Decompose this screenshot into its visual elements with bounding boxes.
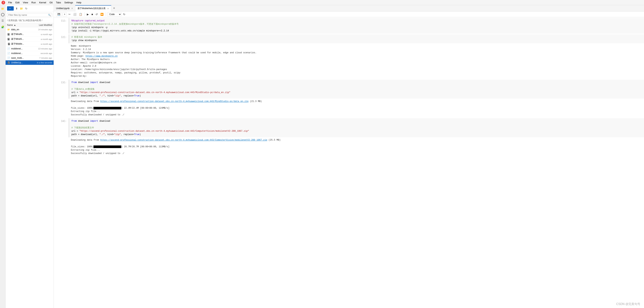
menu-settings[interactable]: Settings (63, 1, 74, 4)
file-name: 基于MindN... (11, 33, 34, 36)
file-modified: a month ago (34, 38, 52, 40)
content-area: Untitled.ipynb × 基于MobileNetv2的垃圾分类 × + … (54, 5, 644, 308)
file-icon: 📄 (7, 52, 10, 55)
tab-untitled[interactable]: Untitled.ipynb × (54, 5, 75, 12)
cell-output: Downloading data from https://ascend-pro… (69, 99, 644, 118)
save-button[interactable]: 💾 (56, 12, 62, 16)
file-modified: a month ago (34, 43, 52, 45)
cell-content[interactable]: from download import download # 下载data_e… (69, 80, 644, 118)
file-panel: + ⬆ 📁 ↻ 🔍 / 应用实践 / 热门LLM及其他AI应用 / Name ▲… (6, 5, 54, 308)
list-item[interactable]: 📁 data_en 14 minutes ago (6, 27, 54, 32)
plus-icon: + (9, 7, 11, 10)
file-name: data_en (11, 28, 34, 31)
cell-2: [2]: # 查看当前 mindspore 版本 !pip show minds… (54, 34, 644, 79)
menu-run[interactable]: Run (30, 1, 37, 4)
running-dot: 📓 (7, 43, 10, 46)
notebook-icon: 📓 (7, 38, 10, 41)
folder-icon: 📁 (7, 28, 10, 31)
menubar: J File Edit View Run Kernel Git Tabs Set… (0, 0, 644, 5)
list-item[interactable]: 📄 save_mobi... 7 minutes ago (6, 56, 54, 60)
file-name: 基于Mobile... (11, 42, 34, 46)
menu-file[interactable]: File (7, 1, 14, 4)
file-icon: 📄 (7, 47, 10, 50)
file-toolbar: + ⬆ 📁 ↻ (6, 5, 54, 12)
restart2-button[interactable]: ↻ (122, 12, 126, 16)
cell-content[interactable]: from download import download # 下载预训练权重文… (69, 118, 644, 156)
new-folder-icon[interactable]: 📁 (20, 7, 23, 11)
notebook-icon: 📓 (7, 33, 10, 36)
cell-1: [1]: %%capture captured_output # 实验环境已经预… (54, 18, 644, 34)
menu-help[interactable]: Help (75, 1, 83, 4)
cell-content[interactable]: # 查看当前 mindspore 版本 !pip show mindspore … (69, 34, 644, 79)
list-item[interactable]: 📓 基于MindS... a month ago (6, 37, 54, 42)
copy-button[interactable]: ⬜ (72, 12, 77, 16)
sidebar-icon-list[interactable]: ☰ (1, 19, 5, 23)
cell-input[interactable]: from download import download # 下载data_e… (69, 80, 644, 99)
list-item[interactable]: 📓 基于Mobile... a month ago (6, 42, 54, 46)
tab-add-button[interactable]: + (111, 5, 117, 12)
menu-view[interactable]: View (21, 1, 30, 4)
cell-3: [3]: from download import download # 下载d… (54, 80, 644, 118)
file-name: mobilenet... (11, 47, 34, 50)
cell-number: [4]: (54, 118, 69, 156)
tab-close-icon[interactable]: × (72, 7, 73, 10)
search-icon: 🔍 (48, 14, 51, 16)
file-list: 📁 data_en 14 minutes ago 📓 基于MindN... a … (6, 27, 54, 308)
menu-git[interactable]: Git (48, 1, 54, 4)
file-name: Untitled.ip... (11, 61, 34, 64)
file-modified: 14 minutes ago (34, 29, 52, 31)
notebook-toolbar: 💾 + ✂ ⬜ 📋 ▶ ■ ↺ ⏩ Code ↻ (54, 12, 644, 17)
file-name: save_mobi... (11, 57, 34, 59)
restart-button[interactable]: ↺ (94, 12, 99, 16)
list-item[interactable]: 📄 mobilenet... 13 minutes ago (6, 46, 54, 51)
search-input[interactable] (8, 14, 48, 16)
tab-label: 基于MobileNetv2的垃圾分类 (78, 7, 106, 10)
new-file-button[interactable]: + (7, 6, 14, 11)
file-name: 基于MindS... (11, 38, 34, 41)
list-item[interactable]: 📄 mobilenet... seconds ago (6, 51, 54, 56)
tab-close-icon[interactable]: × (108, 7, 109, 10)
sidebar-icon-folder[interactable]: 📁 (1, 7, 5, 11)
list-item[interactable]: 📓 基于MindN... a month ago (6, 32, 54, 37)
list-item[interactable]: 📓 Untitled.ip... in a few seconds (6, 60, 54, 65)
cell-4: [4]: from download import download # 下载预… (54, 118, 644, 156)
sidebar-icon-puzzle[interactable]: 🧩 (1, 25, 5, 29)
tab-label: Untitled.ipynb (56, 7, 70, 10)
tab-bar: Untitled.ipynb × 基于MobileNetv2的垃圾分类 × + (54, 5, 644, 12)
paste-button[interactable]: 📋 (78, 12, 83, 16)
upload-icon[interactable]: ⬆ (15, 7, 18, 11)
refresh-icon[interactable]: ↻ (24, 7, 28, 11)
menu-kernel[interactable]: Kernel (38, 1, 48, 4)
app-icon: J (2, 1, 5, 5)
cell-number: [2]: (54, 34, 69, 79)
sidebar-icon-circle[interactable] (1, 13, 4, 16)
cell-number: [3]: (54, 80, 69, 118)
cell-output: Downloading data from https://ascend-pro… (69, 137, 644, 156)
watermark: CSDN @完美句号 (616, 302, 640, 306)
column-name[interactable]: Name ▲ (7, 24, 30, 26)
kernel-select[interactable]: Code (107, 12, 122, 16)
file-modified: 13 minutes ago (34, 48, 52, 50)
cell-output: Name: mindspore Version: 2.2.14 Summary:… (69, 43, 644, 79)
cut-button[interactable]: ✂ (68, 12, 72, 16)
notebook-content: [1]: %%capture captured_output # 实验环境已经预… (54, 17, 644, 308)
file-icon: 📄 (7, 57, 10, 59)
add-cell-button[interactable]: + (62, 12, 67, 16)
cell-input[interactable]: %%capture captured_output # 实验环境已经预装了min… (69, 18, 644, 34)
file-list-header: Name ▲ Last Modified (6, 23, 54, 27)
run-button[interactable]: ▶ (86, 12, 90, 16)
file-name: mobilenet... (11, 52, 34, 55)
tab-mobilenet[interactable]: 基于MobileNetv2的垃圾分类 × (75, 5, 111, 12)
cell-input[interactable]: # 查看当前 mindspore 版本 !pip show mindspore (69, 34, 644, 43)
file-modified: seconds ago (34, 52, 52, 54)
sort-icon: ▲ (14, 24, 16, 26)
stop-button[interactable]: ■ (90, 12, 94, 16)
search-box: 🔍 (7, 13, 52, 17)
menu-edit[interactable]: Edit (14, 1, 21, 4)
cell-input[interactable]: from download import download # 下载预训练权重文… (69, 118, 644, 137)
fast-forward-button[interactable]: ⏩ (100, 12, 104, 16)
column-modified: Last Modified (30, 24, 52, 26)
cell-content[interactable]: %%capture captured_output # 实验环境已经预装了min… (69, 18, 644, 34)
menu-tabs[interactable]: Tabs (54, 1, 62, 4)
file-modified: a month ago (34, 33, 52, 36)
